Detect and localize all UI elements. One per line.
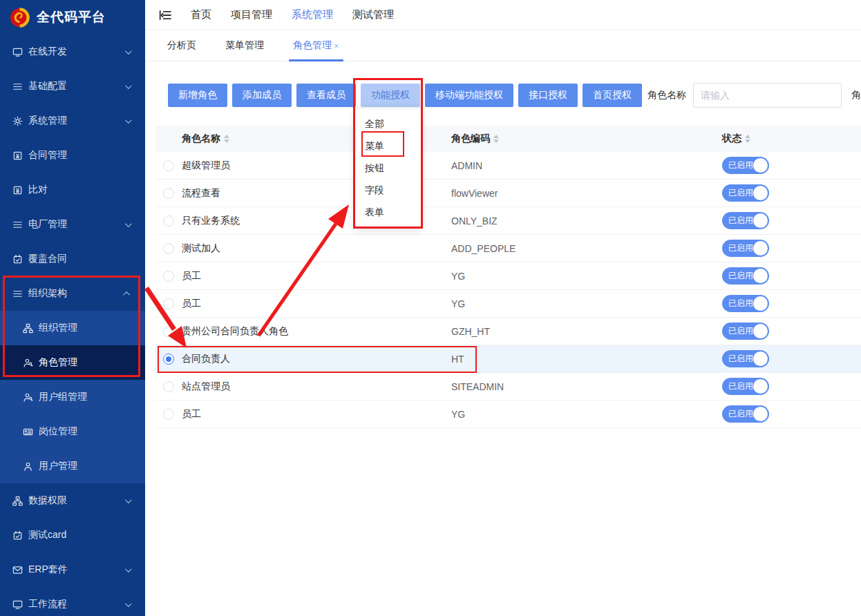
status-toggle[interactable]: 已启用 — [722, 323, 769, 340]
role-name-cell: 员工 — [182, 298, 451, 310]
role-code-cell: ONLY_BIZ — [451, 215, 722, 227]
toggle-knob — [753, 186, 768, 200]
api-auth-button[interactable]: 接口授权 — [518, 84, 578, 107]
sidebar-item-role-mgmt[interactable]: 角色管理 — [0, 345, 145, 380]
sidebar-nav: 在线开发基础配置系统管理合同管理比对电厂管理覆盖合同组织架构组织管理角色管理用户… — [0, 35, 145, 616]
status-toggle[interactable]: 已启用 — [722, 405, 769, 423]
status-toggle-label: 已启用 — [722, 381, 753, 392]
sidebar-item-org-structure[interactable]: 组织架构 — [0, 276, 145, 311]
add-member-button[interactable]: 添加成员 — [232, 84, 292, 107]
table-row-6[interactable]: 贵州公司合同负责人角色GZH_HT已启用 — [155, 318, 861, 345]
sidebar-item-label: 系统管理 — [28, 115, 67, 127]
sidebar-item-contract-mgmt[interactable]: 合同管理 — [0, 138, 145, 173]
main-column: 首页项目管理系统管理测试管理 分析页菜单管理角色管理× 新增角色添加成员查看成员… — [145, 0, 861, 616]
status-toggle[interactable]: 已启用 — [722, 267, 769, 285]
column-header-label: 状态 — [722, 133, 741, 145]
row-radio-cell — [155, 243, 182, 254]
row-radio[interactable] — [163, 354, 174, 365]
table-row-5[interactable]: 员工YG已启用 — [155, 290, 861, 318]
row-radio[interactable] — [163, 215, 174, 227]
role-name-cell: 员工 — [182, 270, 451, 282]
calendar-check-icon — [12, 530, 23, 541]
row-radio[interactable] — [163, 160, 174, 171]
view-member-button[interactable]: 查看成员 — [296, 84, 356, 107]
dropdown-item-menu[interactable]: 菜单 — [355, 135, 421, 157]
toggle-knob — [753, 407, 768, 421]
app-root: 全代码平台 在线开发基础配置系统管理合同管理比对电厂管理覆盖合同组织架构组织管理… — [0, 0, 861, 616]
role-name-input[interactable] — [693, 83, 842, 108]
nav-item-test-mgmt[interactable]: 测试管理 — [352, 8, 394, 21]
sort-caret-icon[interactable] — [493, 135, 499, 143]
function-auth-button[interactable]: 功能授权 — [361, 84, 420, 107]
sidebar-item-basic-config[interactable]: 基础配置 — [0, 69, 145, 104]
dropdown-item-form[interactable]: 表单 — [355, 202, 421, 224]
table-row-2[interactable]: 只有业务系统ONLY_BIZ已启用 — [155, 207, 861, 235]
status-cell: 已启用 — [722, 212, 861, 229]
tab-close-icon[interactable]: × — [334, 41, 339, 51]
nav-item-home[interactable]: 首页 — [191, 8, 211, 21]
person-key-icon — [23, 358, 33, 368]
mobile-function-auth-button[interactable]: 移动端功能授权 — [425, 84, 513, 107]
sidebar-item-post-mgmt[interactable]: 岗位管理 — [0, 414, 145, 449]
nav-item-project-mgmt[interactable]: 项目管理 — [231, 8, 272, 21]
column-header-1: 角色编码 — [451, 133, 722, 145]
role-name-label: 角色名称 — [647, 89, 686, 102]
tab-analysis[interactable]: 分析页 — [164, 30, 199, 61]
table-row-3[interactable]: 测试加人ADD_PEOPLE已启用 — [155, 235, 861, 262]
status-cell: 已启用 — [722, 267, 861, 285]
brand-logo-icon — [9, 7, 30, 28]
sidebar-item-user-group-mgmt[interactable]: 用户组管理 — [0, 380, 145, 414]
row-radio[interactable] — [163, 326, 174, 337]
menu-fold-icon[interactable] — [159, 9, 171, 21]
row-radio-cell — [155, 215, 182, 227]
nav-item-system-mgmt[interactable]: 系统管理 — [292, 8, 333, 21]
sidebar-item-online-dev[interactable]: 在线开发 — [0, 35, 145, 69]
row-radio-cell — [155, 354, 182, 365]
dropdown-item-field[interactable]: 字段 — [355, 180, 421, 202]
sidebar-item-system-mgmt[interactable]: 系统管理 — [0, 104, 145, 138]
table-row-1[interactable]: 流程查看flowViewer已启用 — [155, 180, 861, 207]
status-toggle[interactable]: 已启用 — [722, 212, 769, 229]
status-toggle[interactable]: 已启用 — [722, 378, 769, 395]
sidebar-item-test-card[interactable]: 测试card — [0, 518, 145, 552]
toolbar-buttons: 新增角色添加成员查看成员功能授权移动端功能授权接口授权首页授权 — [168, 84, 647, 107]
monitor-icon — [12, 599, 23, 610]
status-toggle[interactable]: 已启用 — [722, 295, 769, 312]
home-auth-button[interactable]: 首页授权 — [583, 84, 642, 107]
sidebar-item-erp-suite[interactable]: ERP套件 — [0, 552, 145, 587]
tab-role-mgmt[interactable]: 角色管理× — [290, 30, 342, 61]
sidebar-item-label: 岗位管理 — [39, 425, 77, 438]
chevron-down-icon — [125, 82, 132, 89]
role-code-cell: YG — [451, 298, 722, 309]
sidebar-item-cover-contract[interactable]: 覆盖合同 — [0, 242, 145, 276]
table-row-0[interactable]: 超级管理员ADMIN已启用 — [155, 152, 861, 180]
sort-caret-icon[interactable] — [224, 135, 229, 143]
dropdown-item-all[interactable]: 全部 — [355, 113, 421, 135]
row-radio[interactable] — [163, 243, 174, 254]
sidebar-item-org-mgmt[interactable]: 组织管理 — [0, 311, 145, 345]
row-radio[interactable] — [163, 188, 174, 199]
sidebar-item-user-mgmt[interactable]: 用户管理 — [0, 449, 145, 483]
row-radio[interactable] — [163, 381, 174, 392]
row-radio[interactable] — [163, 409, 174, 420]
status-toggle[interactable]: 已启用 — [722, 157, 769, 174]
table-row-7[interactable]: 合同负责人HT已启用 — [155, 345, 861, 373]
status-toggle[interactable]: 已启用 — [722, 240, 769, 257]
sidebar-item-compare[interactable]: 比对 — [0, 173, 145, 207]
row-radio[interactable] — [163, 271, 174, 282]
tab-menu-mgmt[interactable]: 菜单管理 — [223, 30, 267, 61]
role-name-cell: 贵州公司合同负责人角色 — [182, 325, 451, 338]
row-radio[interactable] — [163, 298, 174, 309]
status-toggle[interactable]: 已启用 — [722, 184, 769, 202]
sidebar-item-plant-mgmt[interactable]: 电厂管理 — [0, 207, 145, 242]
status-toggle[interactable]: 已启用 — [722, 350, 769, 367]
table-row-4[interactable]: 员工YG已启用 — [155, 262, 861, 290]
add-role-button[interactable]: 新增角色 — [168, 84, 227, 107]
status-cell: 已启用 — [722, 323, 861, 340]
table-row-8[interactable]: 站点管理员SITEADMIN已启用 — [155, 373, 861, 401]
sidebar-item-data-permission[interactable]: 数据权限 — [0, 483, 145, 518]
sort-caret-icon[interactable] — [745, 135, 750, 143]
table-row-9[interactable]: 员工YG已启用 — [155, 401, 861, 428]
sidebar-item-workflow[interactable]: 工作流程 — [0, 587, 145, 616]
dropdown-item-button[interactable]: 按钮 — [355, 157, 421, 180]
